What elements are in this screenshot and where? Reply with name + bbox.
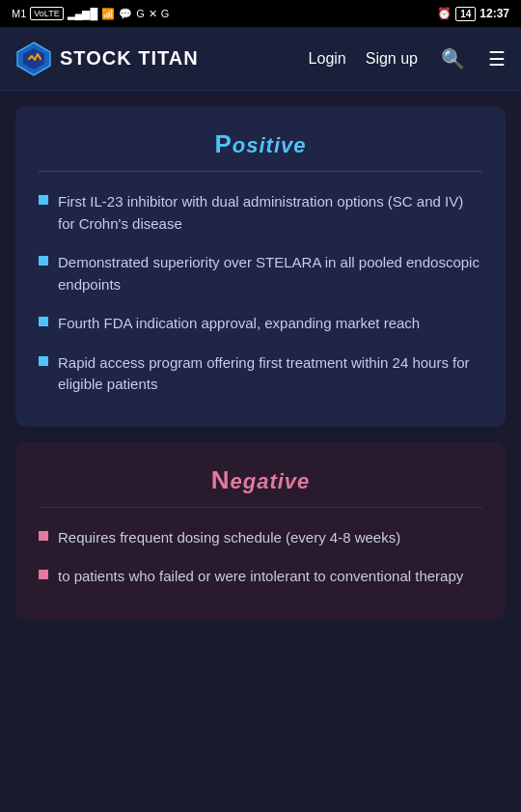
nav-links: Login Sign up 🔍 ☰ <box>309 47 506 70</box>
signup-link[interactable]: Sign up <box>366 50 418 68</box>
status-left: M1 VoLTE ▂▄▆█ 📶 💬 G ✕ G <box>12 7 169 20</box>
list-item: Rapid access program offering first trea… <box>39 352 482 396</box>
g-icon: G <box>136 8 145 19</box>
bullet-square <box>39 570 48 579</box>
status-right: ⏰ 14 12:37 <box>437 7 509 21</box>
carrier-text: M1 <box>12 8 26 19</box>
negative-list: Requires frequent dosing schedule (every… <box>39 527 482 588</box>
positive-title: Positive <box>39 129 482 159</box>
login-link[interactable]: Login <box>309 50 346 68</box>
positive-card: Positive First IL-23 inhibitor with dual… <box>15 106 506 427</box>
bullet-square <box>39 531 48 541</box>
positive-item-4: Rapid access program offering first trea… <box>58 352 482 396</box>
signal-bars: ▂▄▆█ <box>68 8 98 20</box>
positive-list: First IL-23 inhibitor with dual administ… <box>39 191 482 396</box>
logo-icon <box>15 41 52 77</box>
logo-text: STOCK TITAN <box>60 47 199 70</box>
navbar: STOCK TITAN Login Sign up 🔍 ☰ <box>0 27 521 91</box>
bullet-square <box>39 195 48 205</box>
search-icon[interactable]: 🔍 <box>441 47 465 70</box>
bullet-square <box>39 356 48 366</box>
x-icon: ✕ <box>149 8 157 20</box>
list-item: Fourth FDA indication approval, expandin… <box>39 313 482 335</box>
time-display: 12:37 <box>480 7 509 20</box>
negative-item-1: Requires frequent dosing schedule (every… <box>58 527 400 549</box>
status-bar: M1 VoLTE ▂▄▆█ 📶 💬 G ✕ G ⏰ 14 12:37 <box>0 0 521 27</box>
main-content: Positive First IL-23 inhibitor with dual… <box>0 91 521 634</box>
negative-title: Negative <box>39 465 482 495</box>
list-item: Demonstrated superiority over STELARA in… <box>39 252 482 295</box>
g2-icon: G <box>161 8 170 19</box>
menu-icon[interactable]: ☰ <box>488 47 506 70</box>
alarm-icon: ⏰ <box>437 7 452 20</box>
battery-icon: 14 <box>455 7 476 21</box>
positive-item-3: Fourth FDA indication approval, expandin… <box>58 313 420 335</box>
negative-divider <box>39 507 482 508</box>
positive-divider <box>39 171 482 172</box>
list-item: to patients who failed or were intoleran… <box>39 566 482 588</box>
bullet-square <box>39 256 48 266</box>
volte-badge: VoLTE <box>30 7 63 20</box>
list-item: First IL-23 inhibitor with dual administ… <box>39 191 482 235</box>
logo-area: STOCK TITAN <box>15 41 309 77</box>
list-item: Requires frequent dosing schedule (every… <box>39 527 482 549</box>
wifi-icon: 📶 <box>101 8 115 20</box>
positive-item-1: First IL-23 inhibitor with dual administ… <box>58 191 482 235</box>
negative-card: Negative Requires frequent dosing schedu… <box>15 442 506 619</box>
bullet-square <box>39 317 48 326</box>
positive-item-2: Demonstrated superiority over STELARA in… <box>58 252 482 295</box>
whatsapp-icon: 💬 <box>119 8 132 20</box>
negative-item-2: to patients who failed or were intoleran… <box>58 566 463 588</box>
